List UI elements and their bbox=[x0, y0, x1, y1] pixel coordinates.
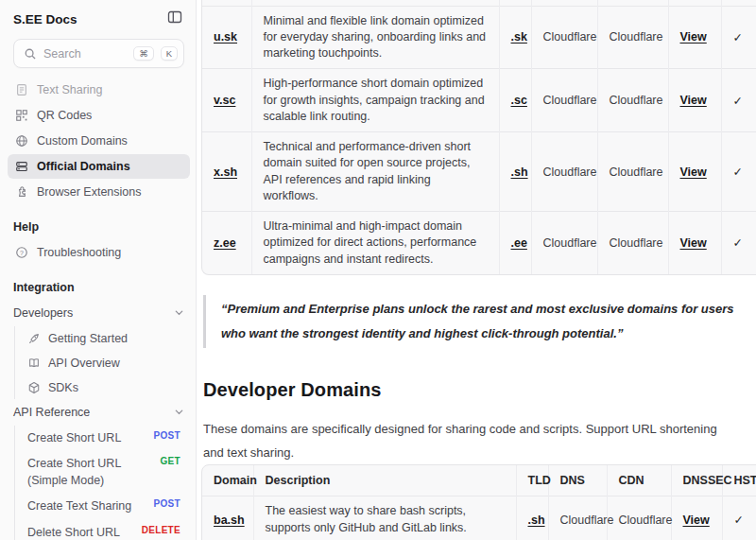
sidebar-item-label: Official Domains bbox=[37, 160, 130, 173]
domain-link[interactable]: ba.sh bbox=[214, 514, 245, 527]
domain-link[interactable]: v.sc bbox=[214, 94, 235, 107]
sidebar-item-troubleshooting[interactable]: ? Troubleshooting bbox=[8, 240, 190, 265]
sidebar-item-label: API Overview bbox=[48, 357, 120, 370]
table-row: z.ee Ultra-minimal and high-impact domai… bbox=[202, 212, 756, 274]
dns-value: Cloudflare bbox=[531, 69, 597, 132]
sidebar-item-label: SDKs bbox=[48, 381, 78, 394]
rocket-icon bbox=[27, 332, 41, 345]
sidebar-item-label: Troubleshooting bbox=[37, 246, 121, 259]
table-header-row: Domain Description TLD DNS CDN DNSSEC HS… bbox=[202, 465, 756, 496]
domain-link[interactable]: u.sk bbox=[214, 30, 237, 44]
package-icon bbox=[27, 381, 41, 394]
method-badge: POST bbox=[154, 430, 180, 441]
dnssec-view-link[interactable]: View bbox=[683, 514, 710, 527]
sidebar-item-label: Text Sharing bbox=[37, 83, 102, 96]
dnssec-view-link[interactable]: View bbox=[680, 165, 707, 179]
table-row: x.sh Technical and performance-driven sh… bbox=[202, 132, 756, 212]
domain-description: The easiest way to share bash scripts, s… bbox=[253, 496, 516, 540]
dns-value: Cloudflare bbox=[531, 132, 597, 212]
method-badge: DELETE bbox=[142, 525, 180, 535]
method-badge: GET bbox=[161, 456, 180, 466]
app-window: S.EE Docs ⌘ K Text Sharing bbox=[0, 0, 756, 540]
sidebar-item-create-short-url-simple[interactable]: Create Short URL (Simple Mode) GET bbox=[24, 451, 184, 493]
sidebar-item-api-overview[interactable]: API Overview bbox=[24, 351, 184, 375]
svg-text:?: ? bbox=[20, 250, 24, 256]
search-icon bbox=[24, 47, 37, 61]
col-header-tld: TLD bbox=[516, 465, 548, 496]
tld-link[interactable]: .sh bbox=[511, 165, 528, 179]
api-reference-sublist: Create Short URL POST Create Short URL (… bbox=[14, 426, 184, 540]
cdn-value: Cloudflare bbox=[597, 212, 668, 274]
section-heading-help: Help bbox=[13, 220, 184, 234]
sidebar-header: S.EE Docs bbox=[13, 9, 184, 28]
group-label: Developers bbox=[13, 306, 73, 320]
dns-value: Cloudflare bbox=[531, 6, 597, 69]
sidebar-item-sdks[interactable]: SDKs bbox=[24, 375, 184, 399]
intro-paragraph: These domains are specifically designed … bbox=[203, 417, 740, 465]
sidebar-item-label: Delete Short URL bbox=[27, 524, 120, 540]
method-badge: POST bbox=[154, 498, 180, 509]
search-box[interactable]: ⌘ K bbox=[13, 39, 184, 68]
main-content: u.sk Minimal and flexible link domain op… bbox=[197, 0, 756, 540]
tld-link[interactable]: .sc bbox=[511, 94, 527, 107]
group-api-reference[interactable]: API Reference bbox=[13, 400, 184, 424]
table-row: v.sc High-performance short domain optim… bbox=[202, 69, 756, 132]
group-developers[interactable]: Developers bbox=[13, 301, 184, 324]
hsts-check: ✓ bbox=[721, 6, 756, 69]
page-title: Developer Domains bbox=[203, 379, 756, 401]
dnssec-view-link[interactable]: View bbox=[680, 30, 707, 44]
domain-link[interactable]: z.ee bbox=[214, 236, 236, 250]
sidebar-toggle-button[interactable] bbox=[165, 9, 184, 28]
chevron-down-icon bbox=[174, 307, 184, 318]
k-keycap: K bbox=[161, 46, 178, 61]
domain-description: Technical and performance-driven short d… bbox=[251, 132, 499, 212]
sidebar-item-text-sharing[interactable]: Text Sharing bbox=[8, 78, 190, 102]
dns-value: Cloudflare bbox=[548, 496, 607, 540]
cdn-value: Cloudflare bbox=[597, 6, 668, 69]
domain-description: Ultra-minimal and high-impact domain opt… bbox=[251, 212, 499, 274]
globe-icon bbox=[15, 134, 28, 148]
cdn-value: Cloudflare bbox=[597, 69, 668, 132]
cdn-value: Cloudflare bbox=[607, 496, 671, 540]
panel-toggle-icon bbox=[167, 9, 182, 28]
domain-link[interactable]: x.sh bbox=[214, 165, 237, 179]
sidebar-item-official-domains[interactable]: Official Domains bbox=[8, 154, 190, 179]
help-circle-icon: ? bbox=[15, 246, 28, 259]
developer-domains-table: Domain Description TLD DNS CDN DNSSEC HS… bbox=[201, 464, 756, 540]
col-header-dnssec: DNSSEC bbox=[671, 465, 722, 496]
sidebar-item-browser-extensions[interactable]: Browser Extensions bbox=[8, 180, 190, 204]
sidebar-item-getting-started[interactable]: Getting Started bbox=[24, 326, 184, 350]
tld-link[interactable]: .sh bbox=[528, 514, 545, 527]
server-icon bbox=[15, 160, 28, 173]
tld-link[interactable]: .sk bbox=[511, 30, 527, 44]
qr-code-icon bbox=[15, 109, 28, 122]
sidebar: S.EE Docs ⌘ K Text Sharing bbox=[0, 0, 197, 540]
tld-link[interactable]: .ee bbox=[511, 236, 527, 250]
domain-description: High-performance short domain optimized … bbox=[251, 69, 499, 132]
domain-description: Minimal and flexible link domain optimiz… bbox=[251, 6, 499, 69]
group-label: API Reference bbox=[13, 406, 90, 419]
hsts-check: ✓ bbox=[721, 212, 756, 274]
file-text-icon bbox=[15, 83, 28, 96]
section-heading-integration: Integration bbox=[13, 281, 184, 294]
sidebar-item-label: QR Codes bbox=[37, 109, 92, 122]
developers-sublist: Getting Started API Overview SDKs bbox=[14, 326, 184, 399]
sidebar-item-custom-domains[interactable]: Custom Domains bbox=[8, 129, 190, 153]
sidebar-item-label: Custom Domains bbox=[37, 134, 128, 148]
sidebar-item-label: Create Short URL (Simple Mode) bbox=[27, 455, 139, 489]
sidebar-item-create-text-sharing[interactable]: Create Text Sharing POST bbox=[24, 494, 184, 518]
sidebar-item-create-short-url[interactable]: Create Short URL POST bbox=[24, 426, 184, 450]
app-title: S.EE Docs bbox=[13, 12, 77, 26]
sidebar-item-qr-codes[interactable]: QR Codes bbox=[8, 103, 190, 128]
puzzle-icon bbox=[15, 185, 28, 199]
dnssec-view-link[interactable]: View bbox=[680, 94, 707, 107]
hsts-check: ✓ bbox=[722, 496, 756, 540]
sidebar-item-label: Create Short URL bbox=[27, 429, 121, 446]
sidebar-item-delete-short-url[interactable]: Delete Short URL DELETE bbox=[24, 520, 184, 540]
sidebar-item-label: Browser Extensions bbox=[37, 185, 141, 199]
hsts-check: ✓ bbox=[721, 132, 756, 212]
search-input[interactable] bbox=[43, 47, 127, 61]
dnssec-view-link[interactable]: View bbox=[680, 236, 707, 250]
book-open-icon bbox=[27, 357, 41, 370]
col-header-cdn: CDN bbox=[607, 465, 671, 496]
